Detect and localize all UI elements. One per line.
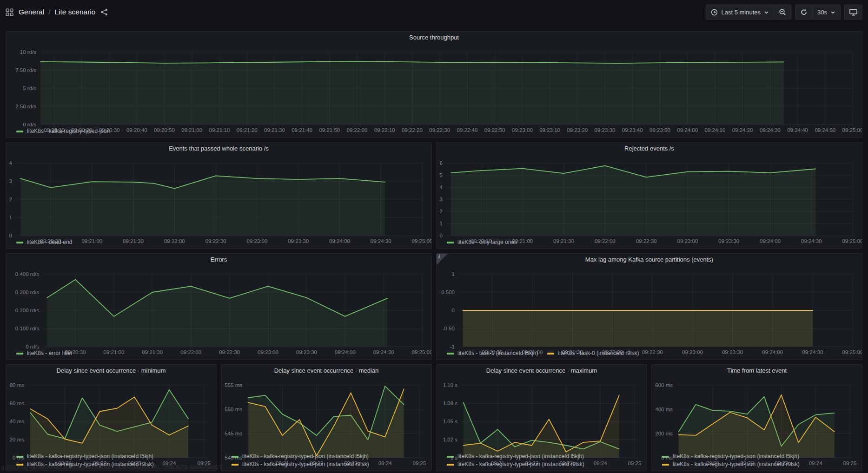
- refresh-group: 30s: [795, 5, 841, 20]
- chevron-down-icon: [764, 10, 769, 15]
- refresh-interval-label: 30s: [817, 9, 827, 16]
- panel-events-passed: Events that passed whole scenario /s 09:…: [6, 142, 432, 249]
- x-tick-label: 09:22: [525, 460, 539, 466]
- panel-title[interactable]: Delay since event occurrence - median: [221, 365, 431, 377]
- x-tick-label: 09:25:00: [842, 238, 862, 244]
- x-tick-label: 09:21:50: [319, 127, 340, 133]
- chart-delay-maximum[interactable]: 09:2109:2209:2309:2409:251 s1.02 s1.05 s…: [437, 377, 647, 452]
- y-tick-label: 0: [452, 308, 455, 313]
- panel-time-from-latest-event: Time from latest event 09:2109:2209:2309…: [651, 364, 862, 471]
- chart-source-throughput[interactable]: 09:20:1009:20:2009:20:3009:20:4009:20:50…: [6, 44, 862, 126]
- x-tick-label: 09:23:30: [722, 349, 743, 355]
- refresh-interval-button[interactable]: 30s: [812, 5, 840, 19]
- panel-rejected-events: Rejected events /s 09:20:3009:21:0009:21…: [436, 142, 862, 249]
- share-icon[interactable]: [100, 8, 108, 16]
- y-tick-label: 2: [440, 209, 443, 214]
- series-fill: [20, 176, 385, 236]
- chart-canvas[interactable]: 09:20:1009:20:2009:20:3009:20:4009:20:50…: [6, 44, 862, 135]
- panel-title[interactable]: Delay since event occurrence - maximum: [437, 365, 647, 377]
- y-tick-label: 545 ms: [225, 431, 242, 436]
- refresh-button[interactable]: [795, 5, 812, 19]
- y-tick-label: -1: [450, 344, 455, 349]
- x-tick-label: 09:22:00: [602, 349, 623, 355]
- y-tick-label: 200 ms: [655, 431, 673, 436]
- x-tick-label: 09:23:00: [512, 127, 533, 133]
- chart-canvas[interactable]: 09:2109:2209:2309:2409:250 ms200 ms400 m…: [652, 377, 862, 468]
- panel-title[interactable]: Delay since event occurrence - minimum: [6, 365, 216, 377]
- chart-canvas[interactable]: 09:20:3009:21:0009:21:3009:22:0009:22:30…: [437, 266, 862, 357]
- chart-canvas[interactable]: 09:2109:2209:2309:2409:251 s1.02 s1.05 s…: [437, 377, 647, 468]
- x-tick-label: 09:20:30: [99, 127, 120, 133]
- y-tick-label: 1.08 s: [443, 401, 458, 406]
- panel-source-throughput: Source throughput 09:20:1009:20:2009:20:…: [6, 31, 862, 138]
- x-tick-label: 09:24:50: [815, 127, 835, 133]
- x-tick-label: 09:20:20: [71, 127, 92, 133]
- panel-info-icon[interactable]: i: [437, 254, 448, 265]
- x-tick-label: 09:24:00: [335, 349, 356, 355]
- y-tick-label: 1 s: [451, 455, 458, 460]
- chart-canvas[interactable]: 09:20:3009:21:0009:21:3009:22:0009:22:30…: [6, 155, 431, 246]
- x-tick-label: 09:20:10: [44, 127, 65, 133]
- x-tick-label: 09:22:30: [219, 349, 240, 355]
- panel-delay-minimum: Delay since event occurrence - minimum 0…: [6, 364, 217, 471]
- breadcrumb-folder[interactable]: General: [19, 8, 44, 16]
- series-fill: [451, 166, 815, 236]
- chart-delay-median[interactable]: 09:2109:2209:2309:2409:25540 ms545 ms550…: [221, 377, 431, 452]
- x-tick-label: 09:20:40: [126, 127, 147, 133]
- panel-title[interactable]: Max lag among Kafka source partitions (e…: [437, 254, 862, 266]
- x-tick-label: 09:21:10: [209, 127, 230, 133]
- x-tick-label: 09:24:30: [802, 349, 823, 355]
- y-tick-label: 0 ms: [13, 455, 24, 460]
- x-tick-label: 09:21:00: [181, 127, 202, 133]
- x-tick-label: 09:23:00: [682, 349, 703, 355]
- y-tick-label: 80 ms: [10, 382, 25, 388]
- y-tick-label: 550 ms: [225, 407, 242, 412]
- panel-title[interactable]: Source throughput: [6, 32, 862, 44]
- chart-delay-minimum[interactable]: 09:2109:2209:2309:2409:250 ms20 ms40 ms6…: [6, 377, 216, 452]
- x-tick-label: 09:24:30: [801, 238, 822, 244]
- chart-errors[interactable]: 09:20:3009:21:0009:21:3009:22:0009:22:30…: [6, 266, 431, 348]
- x-tick-label: 09:21:00: [512, 238, 533, 244]
- x-tick-label: 09:22:10: [374, 127, 395, 133]
- y-tick-label: 5 rd/s: [23, 85, 36, 91]
- panel-title[interactable]: Time from latest event: [652, 365, 862, 377]
- chart-canvas[interactable]: 09:20:3009:21:0009:21:3009:22:0009:22:30…: [6, 266, 431, 357]
- chart-events-passed[interactable]: 09:20:3009:21:0009:21:3009:22:0009:22:30…: [6, 155, 431, 237]
- panel-errors: Errors 09:20:3009:21:0009:21:3009:22:000…: [6, 253, 432, 360]
- x-tick-label: 09:25: [628, 460, 642, 466]
- x-tick-label: 09:25:00: [412, 238, 431, 244]
- x-tick-label: 09:21: [491, 460, 504, 466]
- x-tick-label: 09:23: [344, 460, 358, 466]
- chart-canvas[interactable]: 09:20:3009:21:0009:21:3009:22:0009:22:30…: [437, 155, 862, 246]
- clock-icon: [711, 9, 718, 16]
- x-tick-label: 09:22:00: [347, 127, 368, 133]
- tv-mode-button[interactable]: [845, 5, 862, 19]
- series-fill: [40, 61, 784, 125]
- time-range-button[interactable]: Last 5 minutes: [706, 5, 774, 19]
- x-tick-label: 09:22:40: [457, 127, 478, 133]
- chart-canvas[interactable]: 09:2109:2209:2309:2409:250 ms20 ms40 ms6…: [6, 377, 216, 468]
- y-tick-label: 7.50 rd/s: [15, 67, 36, 73]
- y-tick-label: 2.50 rd/s: [15, 104, 36, 109]
- y-tick-label: 0 rd/s: [23, 122, 36, 127]
- chart-rejected-events[interactable]: 09:20:3009:21:0009:21:3009:22:0009:22:30…: [437, 155, 862, 237]
- dashboard-grid-icon[interactable]: [6, 8, 13, 16]
- x-tick-label: 09:20:30: [482, 349, 503, 355]
- panel-title[interactable]: Errors: [6, 254, 431, 266]
- x-tick-label: 09:23:30: [296, 349, 317, 355]
- x-tick-label: 09:22:30: [429, 127, 450, 133]
- x-tick-label: 09:20:50: [154, 127, 175, 133]
- panel-title[interactable]: Events that passed whole scenario /s: [6, 143, 431, 155]
- x-tick-label: 09:21:20: [237, 127, 258, 133]
- x-tick-label: 09:23: [559, 460, 573, 466]
- x-tick-label: 09:21:40: [292, 127, 312, 133]
- breadcrumb-dashboard[interactable]: Lite scenario: [54, 8, 95, 16]
- x-tick-label: 09:21:00: [522, 349, 543, 355]
- panel-title[interactable]: Rejected events /s: [437, 143, 862, 155]
- chart-canvas[interactable]: 09:2109:2209:2309:2409:25540 ms545 ms550…: [221, 377, 431, 468]
- zoom-out-button[interactable]: [774, 5, 791, 19]
- y-tick-label: 60 ms: [10, 401, 25, 406]
- x-tick-label: 09:20:30: [65, 349, 86, 355]
- chart-time-from-latest-event[interactable]: 09:2109:2209:2309:2409:250 ms200 ms400 m…: [652, 377, 862, 452]
- chart-max-kafka-lag[interactable]: 09:20:3009:21:0009:21:3009:22:0009:22:30…: [437, 266, 862, 348]
